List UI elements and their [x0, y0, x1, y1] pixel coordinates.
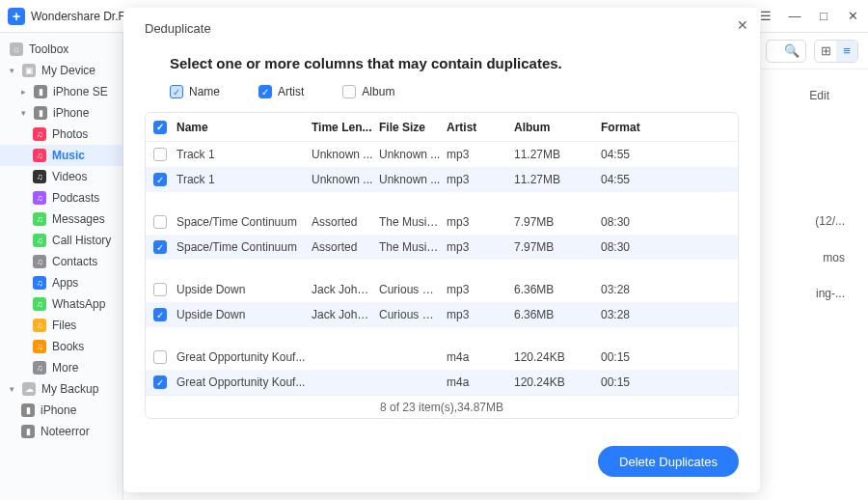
sidebar-label: Noteerror	[41, 425, 90, 438]
category-icon: ♫	[33, 127, 46, 141]
minimize-button[interactable]: —	[787, 9, 802, 24]
sidebar-item-videos[interactable]: ♫Videos	[0, 166, 122, 187]
col-album[interactable]: Album	[514, 121, 601, 134]
col-artist[interactable]: Artist	[447, 121, 514, 134]
col-size[interactable]: File Size	[379, 121, 447, 134]
list-view-button[interactable]: ≡	[836, 41, 857, 62]
checkbox-icon[interactable]: ✓	[170, 85, 183, 98]
cell-format: 03:28	[601, 283, 668, 296]
close-icon[interactable]: ✕	[737, 17, 748, 33]
bg-text: mos	[823, 251, 845, 264]
table-row[interactable]: Great Opportunity Kouf...m4a120.24KB00:1…	[146, 345, 738, 370]
close-window-button[interactable]: ✕	[845, 9, 860, 24]
group-gap	[146, 327, 738, 345]
category-icon: ♫	[33, 319, 46, 332]
sidebar-item-photos[interactable]: ♫Photos	[0, 124, 122, 145]
row-checkbox[interactable]: ✓	[153, 375, 167, 389]
sidebar-item-label: Contacts	[52, 255, 97, 268]
table-row[interactable]: Upside DownJack John...Curious G...mp36.…	[146, 277, 738, 302]
sidebar-item-whatsapp[interactable]: ♫WhatsApp	[0, 293, 122, 315]
cell-artist: m4a	[447, 375, 514, 389]
sidebar-backup-noteerror[interactable]: ▮Noteerror	[0, 421, 122, 442]
cell-time: Jack John...	[312, 283, 379, 296]
sidebar-item-books[interactable]: ♫Books	[0, 336, 122, 357]
row-checkbox[interactable]	[153, 283, 167, 296]
cell-name: Upside Down	[176, 283, 312, 296]
cell-name: Track 1	[176, 173, 312, 186]
cell-format: 08:30	[601, 215, 668, 229]
cell-album: 6.36MB	[514, 283, 601, 296]
cell-name: Great Opportunity Kouf...	[176, 350, 312, 364]
cell-format: 08:30	[601, 240, 668, 254]
sidebar-my-device[interactable]: ▾▣My Device	[0, 60, 122, 81]
cell-album: 7.97MB	[514, 215, 601, 229]
sidebar-item-messages[interactable]: ♫Messages	[0, 208, 122, 230]
row-checkbox[interactable]: ✓	[153, 173, 167, 186]
table-header: ✓ Name Time Len... File Size Artist Albu…	[146, 113, 738, 142]
table-row[interactable]: ✓Great Opportunity Kouf...m4a120.24KB00:…	[146, 370, 738, 395]
sidebar-backup-iphone[interactable]: ▮iPhone	[0, 400, 122, 421]
table-row[interactable]: Space/Time ContinuumAssortedThe Music...…	[146, 209, 738, 235]
bg-text: (12/...	[815, 214, 845, 228]
cell-format: 00:15	[601, 350, 668, 364]
cell-album: 120.24KB	[514, 350, 601, 364]
filter-name[interactable]: ✓Name	[170, 85, 220, 98]
sidebar-toolbox[interactable]: ⌂Toolbox	[0, 39, 122, 60]
row-checkbox[interactable]	[153, 148, 167, 161]
category-icon: ♫	[33, 297, 46, 311]
filter-label: Album	[362, 85, 394, 98]
edit-label[interactable]: Edit	[809, 89, 829, 102]
modal-subtitle: Select one or more columns that may cont…	[170, 55, 739, 71]
table-row[interactable]: Track 1Unknown ...Unknown ...mp311.27MB0…	[146, 142, 738, 167]
sidebar-label: iPhone SE	[53, 85, 108, 98]
row-checkbox[interactable]: ✓	[153, 240, 167, 254]
duplicates-table: ✓ Name Time Len... File Size Artist Albu…	[145, 112, 739, 419]
app-logo-icon: +	[8, 8, 25, 25]
sidebar-item-label: Music	[52, 149, 85, 162]
cell-time: Unknown ...	[312, 148, 379, 161]
maximize-button[interactable]: □	[816, 9, 831, 24]
sidebar-item-more[interactable]: ♫More	[0, 357, 122, 378]
category-icon: ♫	[33, 149, 46, 162]
cell-time: Unknown ...	[312, 173, 379, 186]
sidebar-device-iphonese[interactable]: ▸▮iPhone SE	[0, 81, 122, 102]
category-icon: ♫	[33, 255, 46, 268]
checkbox-icon[interactable]: ✓	[258, 85, 272, 98]
filter-artist[interactable]: ✓Artist	[258, 85, 304, 98]
col-time[interactable]: Time Len...	[312, 121, 379, 134]
col-format[interactable]: Format	[601, 121, 668, 134]
cell-name: Upside Down	[176, 308, 312, 321]
sidebar-item-music[interactable]: ♫Music	[0, 145, 122, 166]
sidebar-item-apps[interactable]: ♫Apps	[0, 272, 122, 293]
col-name[interactable]: Name	[176, 121, 312, 134]
delete-duplicates-button[interactable]: Delete Duplicates	[598, 446, 739, 477]
filter-album[interactable]: Album	[342, 85, 394, 98]
row-checkbox[interactable]	[153, 350, 167, 364]
search-input[interactable]: 🔍	[766, 40, 806, 63]
checkbox-icon[interactable]	[342, 85, 356, 98]
category-icon: ♫	[33, 361, 46, 375]
row-checkbox[interactable]	[153, 215, 167, 229]
category-icon: ♫	[33, 340, 46, 353]
sidebar-label: My Backup	[41, 382, 98, 396]
bg-text: ing-...	[816, 287, 845, 300]
sidebar-item-call-history[interactable]: ♫Call History	[0, 230, 122, 251]
sidebar-item-contacts[interactable]: ♫Contacts	[0, 251, 122, 272]
cell-time: Assorted	[312, 240, 379, 254]
table-row[interactable]: ✓Upside DownJack John...Curious G...mp36…	[146, 302, 738, 327]
select-all-checkbox[interactable]: ✓	[153, 121, 167, 134]
filter-label: Artist	[278, 85, 304, 98]
row-checkbox[interactable]: ✓	[153, 308, 167, 321]
table-row[interactable]: ✓Track 1Unknown ...Unknown ...mp311.27MB…	[146, 167, 738, 192]
cell-artist: mp3	[447, 240, 514, 254]
group-gap	[146, 260, 738, 277]
list-icon[interactable]: ☰	[758, 9, 773, 24]
cell-name: Space/Time Continuum	[176, 240, 312, 254]
sidebar-my-backup[interactable]: ▾☁My Backup	[0, 378, 122, 400]
sidebar-item-files[interactable]: ♫Files	[0, 315, 122, 336]
sidebar-item-podcasts[interactable]: ♫Podcasts	[0, 187, 122, 208]
grid-view-button[interactable]: ⊞	[815, 41, 836, 62]
sidebar-device-iphone[interactable]: ▾▮iPhone	[0, 102, 122, 124]
cell-format: 00:15	[601, 375, 668, 389]
table-row[interactable]: ✓Space/Time ContinuumAssortedThe Music..…	[146, 235, 738, 260]
